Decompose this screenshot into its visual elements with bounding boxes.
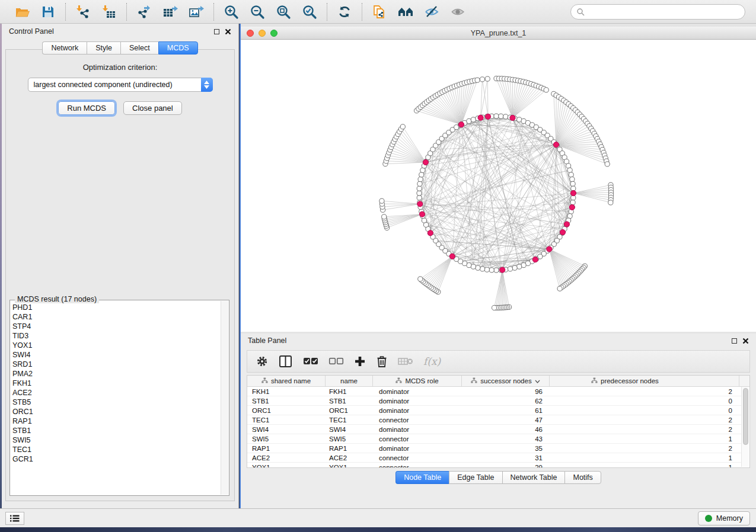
- export-image-button[interactable]: [187, 3, 205, 21]
- result-list-scrollbar[interactable]: [221, 301, 228, 495]
- tab-select[interactable]: Select: [120, 41, 158, 55]
- column-header-name[interactable]: name: [326, 376, 373, 386]
- mcds-result-item[interactable]: PHD1: [12, 303, 219, 312]
- table-row[interactable]: RAP1RAP1dominator352: [247, 444, 741, 453]
- table-cell: ACE2: [247, 453, 326, 462]
- table-cell: YOX1: [326, 463, 373, 467]
- search-input[interactable]: [585, 8, 739, 16]
- table-row[interactable]: TEC1TEC1connector472: [247, 415, 741, 425]
- table-cell: 46: [462, 425, 550, 434]
- mcds-result-item[interactable]: YOX1: [12, 341, 219, 350]
- table-tabs: Node TableEdge TableNetwork TableMotifs: [241, 470, 756, 485]
- first-neighbors-button[interactable]: [397, 3, 414, 21]
- table-body: FKH1FKH1dominator962STB1STB1dominator620…: [247, 387, 741, 467]
- save-icon: [40, 4, 56, 20]
- network-window-title: YPA_prune.txt_1: [241, 29, 756, 37]
- table-row[interactable]: FKH1FKH1dominator962: [247, 387, 741, 396]
- mcds-result-item[interactable]: RAP1: [12, 416, 219, 426]
- mcds-result-list[interactable]: PHD1CAR1STP4TID3YOX1SWI4SRD1PMA2FKH1ACE2…: [12, 303, 219, 493]
- import-network-button[interactable]: [74, 3, 92, 21]
- mcds-result-item[interactable]: SWI4: [12, 350, 219, 360]
- table-cell: connector: [373, 463, 462, 467]
- tab-mcds[interactable]: MCDS: [158, 41, 198, 55]
- mcds-result-item[interactable]: TEC1: [12, 445, 219, 454]
- select-all-button[interactable]: [303, 357, 318, 366]
- column-header-successor-nodes[interactable]: successor nodes: [462, 376, 550, 386]
- zoom-out-button[interactable]: [248, 3, 266, 21]
- table-cell: 2: [550, 387, 739, 396]
- memory-button[interactable]: Memory: [698, 511, 750, 525]
- table-row[interactable]: YOX1YOX1connector291: [247, 463, 741, 467]
- delete-icon: [376, 355, 388, 368]
- tab-node-table[interactable]: Node Table: [395, 471, 449, 484]
- mcds-result-item[interactable]: CAR1: [12, 312, 219, 322]
- table-row[interactable]: SWI5SWI5connector431: [247, 434, 741, 444]
- deselect-all-button[interactable]: [328, 357, 344, 366]
- zoom-fit-button[interactable]: [275, 3, 292, 21]
- column-header-shared-name[interactable]: shared name: [247, 376, 326, 386]
- zoom-in-button[interactable]: [222, 3, 240, 21]
- create-column-button[interactable]: [354, 355, 366, 367]
- export-image-icon: [189, 4, 204, 20]
- float-panel-icon[interactable]: [214, 29, 219, 34]
- table-settings-button[interactable]: [256, 355, 269, 368]
- hide-selected-icon: [424, 4, 439, 20]
- close-panel-icon[interactable]: [225, 28, 231, 35]
- run-mcds-button[interactable]: Run MCDS: [58, 101, 115, 115]
- mcds-result-item[interactable]: STP4: [12, 322, 219, 331]
- mcds-result-item[interactable]: TID3: [12, 331, 219, 341]
- float-table-panel-icon[interactable]: [732, 338, 737, 344]
- refresh-button[interactable]: [336, 3, 353, 21]
- open-file-icon: [14, 4, 30, 20]
- import-table-button[interactable]: [100, 3, 118, 21]
- node-table: shared namenameMCDS rolesuccessor nodesp…: [247, 375, 750, 468]
- tab-network[interactable]: Network: [42, 41, 87, 55]
- table-row[interactable]: ORC1ORC1dominator610: [247, 406, 741, 415]
- open-file-button[interactable]: [13, 3, 31, 21]
- table-row[interactable]: ACE2ACE2connector311: [247, 453, 741, 463]
- table-row[interactable]: STB1STB1dominator620: [247, 396, 741, 406]
- add-icon: [354, 355, 366, 367]
- tab-network-table[interactable]: Network Table: [502, 471, 565, 484]
- mcds-result-item[interactable]: ORC1: [12, 407, 219, 416]
- table-cell: 96: [462, 387, 550, 396]
- close-panel-button[interactable]: Close panel: [123, 101, 182, 115]
- search-box[interactable]: [570, 4, 745, 20]
- tab-style[interactable]: Style: [87, 41, 120, 55]
- table-row[interactable]: SWI4SWI4dominator462: [247, 425, 741, 434]
- table-scrollbar-thumb[interactable]: [743, 388, 748, 445]
- tab-motifs[interactable]: Motifs: [564, 471, 601, 484]
- mcds-result-item[interactable]: FKH1: [12, 379, 219, 388]
- show-all-button[interactable]: [449, 3, 467, 21]
- close-table-panel-icon[interactable]: [742, 338, 749, 344]
- network-window-titlebar[interactable]: YPA_prune.txt_1: [241, 27, 756, 40]
- mcds-result-item[interactable]: ACE2: [12, 388, 219, 398]
- chevron-down-icon[interactable]: [535, 377, 540, 384]
- mcds-result-item[interactable]: SWI5: [12, 435, 219, 445]
- show-columns-button[interactable]: [279, 355, 293, 368]
- mcds-result-group: MCDS result (17 nodes) PHD1CAR1STP4TID3Y…: [9, 300, 229, 496]
- mcds-result-item[interactable]: GCR1: [12, 454, 219, 464]
- column-type-icon: [591, 377, 598, 384]
- mcds-result-item[interactable]: SRD1: [12, 360, 219, 369]
- table-cell: SWI5: [326, 434, 373, 443]
- tab-edge-table[interactable]: Edge Table: [449, 471, 502, 484]
- duplicate-network-button[interactable]: [371, 3, 388, 21]
- zoom-selected-button[interactable]: [301, 3, 318, 21]
- table-scrollbar[interactable]: [741, 387, 749, 467]
- mcds-result-item[interactable]: STB1: [12, 426, 219, 435]
- column-header-MCDS-role[interactable]: MCDS role: [373, 376, 462, 386]
- mcds-result-item[interactable]: PMA2: [12, 369, 219, 379]
- save-button[interactable]: [39, 3, 57, 21]
- network-canvas[interactable]: [241, 40, 756, 332]
- table-cell: YOX1: [247, 463, 326, 467]
- optimization-criterion-select[interactable]: largest connected component (undirected): [28, 78, 213, 92]
- delete-columns-button[interactable]: [376, 355, 388, 368]
- mcds-result-item[interactable]: STB5: [12, 398, 219, 407]
- export-table-button[interactable]: [161, 3, 179, 21]
- hide-selected-button[interactable]: [423, 3, 441, 21]
- export-network-button[interactable]: [135, 3, 153, 21]
- show-panels-button[interactable]: [5, 512, 24, 525]
- status-bar: Memory: [0, 508, 756, 527]
- column-header-predecessor-nodes[interactable]: predecessor nodes: [550, 376, 739, 386]
